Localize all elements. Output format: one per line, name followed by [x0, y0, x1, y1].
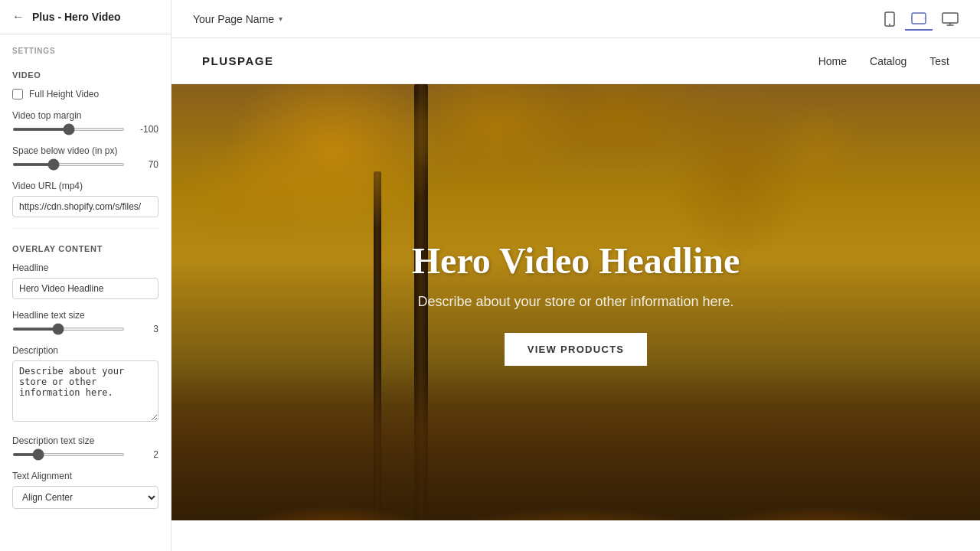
svg-rect-4: [942, 13, 958, 23]
desc-size-label: Description text size: [12, 435, 158, 446]
space-below-value: 70: [131, 159, 158, 170]
nav-links: Home Catalog Test: [818, 55, 949, 67]
desc-size-slider-row: 2: [12, 449, 158, 460]
top-margin-slider-row: -100: [12, 124, 158, 135]
space-below-group: Space below video (in px) 70: [12, 145, 158, 170]
desc-size-value: 2: [131, 449, 158, 460]
hero-description: Describe about your store or other infor…: [412, 294, 740, 310]
website-nav: PLUSPAGE Home Catalog Test: [172, 38, 980, 84]
hero-section: Hero Video Headline Describe about your …: [172, 84, 980, 520]
overlay-section-label: OVERLAY CONTENT: [12, 244, 158, 253]
tablet-icon: [911, 12, 926, 24]
description-group: Description Describe about your store or…: [12, 345, 158, 425]
view-products-button[interactable]: VIEW PRODUCTS: [505, 333, 648, 366]
video-url-group: Video URL (mp4): [12, 181, 158, 217]
top-margin-group: Video top margin -100: [12, 110, 158, 135]
video-url-label: Video URL (mp4): [12, 181, 158, 191]
divider-1: [12, 228, 158, 229]
panel-title: Plus - Hero Video: [32, 11, 121, 23]
preview-frame: PLUSPAGE Home Catalog Test Hero Video He…: [172, 38, 980, 551]
desktop-device-button[interactable]: [936, 8, 965, 31]
svg-rect-2: [912, 13, 926, 24]
page-name-text: Your Page Name: [193, 13, 274, 25]
mobile-device-button[interactable]: [877, 7, 902, 31]
space-below-label: Space below video (in px): [12, 145, 158, 156]
nav-test[interactable]: Test: [929, 55, 949, 67]
headline-field-label: Headline: [12, 262, 158, 273]
page-name-button[interactable]: Your Page Name ▾: [187, 10, 289, 28]
desktop-icon: [942, 12, 959, 26]
settings-panel: ← Plus - Hero Video SETTINGS VIDEO Full …: [0, 0, 172, 551]
hero-headline: Hero Video Headline: [412, 240, 740, 282]
alignment-label: Text Alignment: [12, 471, 158, 481]
nav-home[interactable]: Home: [818, 55, 847, 67]
panel-content: SETTINGS VIDEO Full Height Video Video t…: [0, 34, 171, 551]
top-margin-label: Video top margin: [12, 110, 158, 121]
panel-header: ← Plus - Hero Video: [0, 0, 171, 34]
tablet-device-button[interactable]: [905, 8, 933, 31]
settings-label: SETTINGS: [12, 47, 158, 55]
hero-content: Hero Video Headline Describe about your …: [397, 224, 755, 381]
video-url-input[interactable]: [12, 196, 158, 217]
full-height-row: Full Height Video: [12, 89, 158, 99]
svg-point-1: [889, 24, 890, 25]
desc-size-slider[interactable]: [12, 453, 125, 456]
headline-group: Headline: [12, 262, 158, 299]
top-bar: Your Page Name ▾: [172, 0, 980, 38]
space-below-slider-row: 70: [12, 159, 158, 170]
top-margin-slider[interactable]: [12, 128, 125, 131]
video-section-label: VIDEO: [12, 70, 158, 80]
headline-size-slider[interactable]: [12, 328, 125, 331]
headline-input[interactable]: [12, 278, 158, 299]
mobile-icon: [884, 11, 896, 27]
headline-size-group: Headline text size 3: [12, 310, 158, 334]
space-below-slider[interactable]: [12, 163, 125, 166]
desc-size-group: Description text size 2: [12, 435, 158, 460]
description-textarea[interactable]: Describe about your store or other infor…: [12, 360, 158, 422]
full-height-checkbox[interactable]: [12, 89, 23, 99]
full-height-label: Full Height Video: [29, 89, 99, 99]
device-switcher: [877, 7, 965, 31]
description-field-label: Description: [12, 345, 158, 356]
chevron-down-icon: ▾: [279, 15, 283, 23]
headline-size-value: 3: [131, 324, 158, 334]
top-margin-value: -100: [131, 124, 158, 135]
alignment-group: Text Alignment Align Left Align Center A…: [12, 471, 158, 509]
preview-panel: Your Page Name ▾: [172, 0, 980, 551]
alignment-select[interactable]: Align Left Align Center Align Right: [12, 486, 158, 509]
nav-catalog[interactable]: Catalog: [870, 55, 906, 67]
back-button[interactable]: ←: [12, 11, 24, 23]
svg-point-3: [924, 18, 926, 19]
headline-size-slider-row: 3: [12, 324, 158, 334]
headline-size-label: Headline text size: [12, 310, 158, 321]
site-logo: PLUSPAGE: [202, 54, 273, 67]
